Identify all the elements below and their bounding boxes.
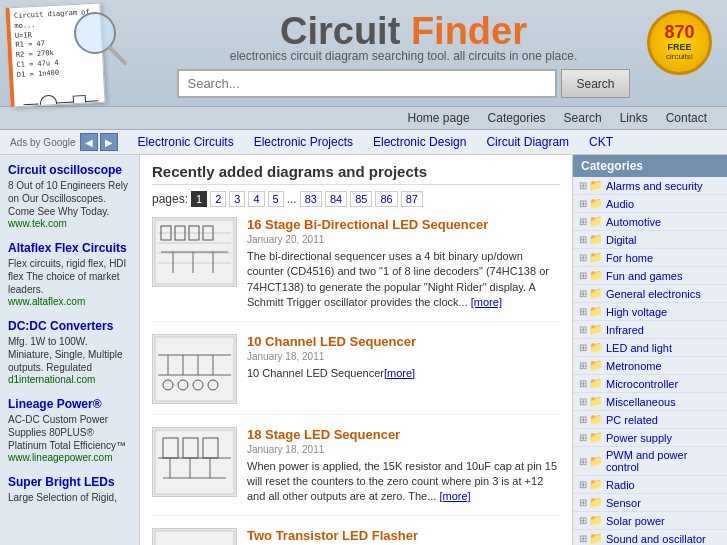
left-ad-0-url: www.tek.com: [8, 218, 131, 229]
project-more-2[interactable]: [more]: [439, 490, 470, 502]
left-ad-2-title[interactable]: DC:DC Converters: [8, 319, 131, 333]
category-item-1[interactable]: ⊞📁Audio: [573, 195, 727, 213]
folder-icon: 📁: [589, 431, 603, 444]
ad-link-2[interactable]: Electronic Design: [373, 135, 466, 149]
ad-by-google-label: Ads by Google ◀ ▶: [10, 133, 118, 151]
category-item-17[interactable]: ⊞📁Sensor: [573, 494, 727, 512]
search-button[interactable]: Search: [561, 69, 629, 98]
category-item-8[interactable]: ⊞📁Infrared: [573, 321, 727, 339]
category-item-4[interactable]: ⊞📁For home: [573, 249, 727, 267]
folder-icon: 📁: [589, 377, 603, 390]
cat-label: Infrared: [606, 324, 644, 336]
page-5[interactable]: 5: [268, 191, 284, 207]
folder-icon: 📁: [589, 395, 603, 408]
category-item-19[interactable]: ⊞📁Sound and oscillator: [573, 530, 727, 545]
page-86[interactable]: 86: [375, 191, 397, 207]
category-item-18[interactable]: ⊞📁Solar power: [573, 512, 727, 530]
project-item: 18 Stage LED Sequencer January 18, 2011 …: [152, 427, 560, 516]
cat-expand-icon: ⊞: [579, 378, 587, 389]
page-85[interactable]: 85: [350, 191, 372, 207]
ad-link-4[interactable]: CKT: [589, 135, 613, 149]
category-item-13[interactable]: ⊞📁PC related: [573, 411, 727, 429]
page-87[interactable]: 87: [401, 191, 423, 207]
ad-prev-button[interactable]: ◀: [80, 133, 98, 151]
category-item-7[interactable]: ⊞📁High voltage: [573, 303, 727, 321]
page-2[interactable]: 2: [210, 191, 226, 207]
logo: Circuit Finder: [280, 10, 527, 53]
magnifier-icon: [70, 8, 130, 71]
search-input[interactable]: [177, 69, 557, 98]
cat-expand-icon: ⊞: [579, 479, 587, 490]
project-thumb-2: [152, 427, 237, 497]
cat-label: PWM and power control: [606, 449, 721, 473]
left-ad-3-title[interactable]: Lineage Power®: [8, 397, 131, 411]
project-info-2: 18 Stage LED Sequencer January 18, 2011 …: [247, 427, 560, 505]
main-title: Recently added diagrams and projects: [152, 163, 560, 185]
ad-link-3[interactable]: Circuit Diagram: [486, 135, 569, 149]
category-item-10[interactable]: ⊞📁Metronome: [573, 357, 727, 375]
cat-expand-icon: ⊞: [579, 497, 587, 508]
cat-label: Fun and games: [606, 270, 682, 282]
page-4[interactable]: 4: [248, 191, 264, 207]
nav-contact[interactable]: Contact: [666, 111, 707, 125]
category-item-12[interactable]: ⊞📁Miscellaneous: [573, 393, 727, 411]
search-bar: Search: [177, 69, 629, 98]
nav-links[interactable]: Links: [620, 111, 648, 125]
left-ad-0-desc: 8 Out of 10 Engineers Rely on Our Oscill…: [8, 179, 131, 218]
cat-expand-icon: ⊞: [579, 288, 587, 299]
page-1[interactable]: 1: [191, 191, 207, 207]
left-ad-4-title[interactable]: Super Bright LEDs: [8, 475, 131, 489]
project-thumb-3: [152, 528, 237, 545]
category-item-14[interactable]: ⊞📁Power supply: [573, 429, 727, 447]
category-item-9[interactable]: ⊞📁LED and light: [573, 339, 727, 357]
category-item-5[interactable]: ⊞📁Fun and games: [573, 267, 727, 285]
project-title-3[interactable]: Two Transistor LED Flasher: [247, 528, 560, 543]
nav-search[interactable]: Search: [564, 111, 602, 125]
pages-label: pages:: [152, 192, 188, 206]
ad-link-0[interactable]: Electronic Circuits: [138, 135, 234, 149]
cat-expand-icon: ⊞: [579, 198, 587, 209]
project-desc-1: 10 Channel LED Sequencer[more]: [247, 366, 560, 381]
left-sidebar: Circuit oscilloscope 8 Out of 10 Enginee…: [0, 155, 140, 545]
project-desc-2: When power is applied, the 15K resistor …: [247, 459, 560, 505]
cat-label: Power supply: [606, 432, 672, 444]
left-ad-0-title[interactable]: Circuit oscilloscope: [8, 163, 131, 177]
folder-icon: 📁: [589, 305, 603, 318]
left-ad-1: Altaflex Flex Circuits Flex circuits, ri…: [8, 241, 131, 307]
svg-rect-40: [155, 531, 234, 545]
category-item-3[interactable]: ⊞📁Digital: [573, 231, 727, 249]
nav-home[interactable]: Home page: [408, 111, 470, 125]
badge-number: 870: [664, 23, 694, 43]
left-ad-1-title[interactable]: Altaflex Flex Circuits: [8, 241, 131, 255]
category-item-15[interactable]: ⊞📁PWM and power control: [573, 447, 727, 476]
category-item-16[interactable]: ⊞📁Radio: [573, 476, 727, 494]
cat-expand-icon: ⊞: [579, 515, 587, 526]
project-title-1[interactable]: 10 Channel LED Sequencer: [247, 334, 560, 349]
folder-icon: 📁: [589, 251, 603, 264]
page-83[interactable]: 83: [300, 191, 322, 207]
ad-link-1[interactable]: Electronic Projects: [254, 135, 353, 149]
cat-label: PC related: [606, 414, 658, 426]
ad-next-button[interactable]: ▶: [100, 133, 118, 151]
category-item-6[interactable]: ⊞📁General electronics: [573, 285, 727, 303]
project-more-1[interactable]: [more]: [384, 367, 415, 379]
svg-line-4: [85, 100, 98, 101]
project-title-2[interactable]: 18 Stage LED Sequencer: [247, 427, 560, 442]
project-title-0[interactable]: 16 Stage Bi-Directional LED Sequencer: [247, 217, 560, 232]
page-ellipsis: ...: [287, 192, 297, 206]
category-item-0[interactable]: ⊞📁Alarms and security: [573, 177, 727, 195]
project-item: Two Transistor LED Flasher: [152, 528, 560, 545]
project-more-0[interactable]: [more]: [471, 296, 502, 308]
category-item-11[interactable]: ⊞📁Microcontroller: [573, 375, 727, 393]
page-3[interactable]: 3: [229, 191, 245, 207]
category-item-2[interactable]: ⊞📁Automotive: [573, 213, 727, 231]
svg-line-0: [24, 104, 39, 105]
cat-expand-icon: ⊞: [579, 252, 587, 263]
project-thumb-0: [152, 217, 237, 287]
page-84[interactable]: 84: [325, 191, 347, 207]
svg-rect-3: [73, 95, 86, 107]
cat-label: General electronics: [606, 288, 701, 300]
folder-icon: 📁: [589, 514, 603, 527]
nav-categories[interactable]: Categories: [488, 111, 546, 125]
project-date-1: January 18, 2011: [247, 351, 560, 362]
